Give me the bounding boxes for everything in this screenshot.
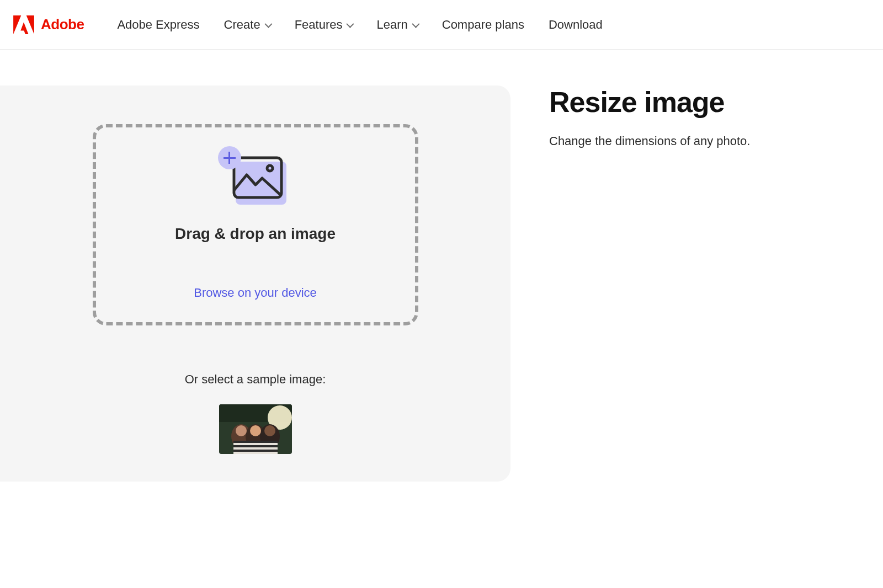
page-subtitle: Change the dimensions of any photo. bbox=[549, 134, 750, 148]
nav-label: Features bbox=[295, 18, 343, 32]
sample-thumbnail-icon bbox=[219, 404, 292, 454]
nav-create[interactable]: Create bbox=[224, 18, 270, 32]
nav-download[interactable]: Download bbox=[549, 18, 603, 32]
svg-rect-0 bbox=[234, 158, 281, 197]
svg-rect-14 bbox=[233, 450, 278, 452]
svg-rect-13 bbox=[233, 445, 278, 447]
nav-features[interactable]: Features bbox=[295, 18, 353, 32]
plus-icon bbox=[218, 146, 241, 169]
chevron-down-icon bbox=[264, 20, 272, 28]
page-title: Resize image bbox=[549, 85, 750, 119]
nav-compare-plans[interactable]: Compare plans bbox=[442, 18, 524, 32]
dropzone-headline: Drag & drop an image bbox=[175, 225, 336, 243]
sample-image-thumb[interactable] bbox=[219, 404, 292, 454]
nav-label: Learn bbox=[376, 18, 407, 32]
main-nav: Adobe Express Create Features Learn Comp… bbox=[117, 18, 602, 32]
file-dropzone[interactable]: Drag & drop an image Browse on your devi… bbox=[93, 124, 418, 325]
nav-label: Adobe Express bbox=[117, 18, 199, 32]
adobe-logo[interactable]: Adobe bbox=[13, 15, 84, 34]
adobe-logo-text: Adobe bbox=[41, 16, 84, 33]
app-header: Adobe Adobe Express Create Features Lear… bbox=[0, 0, 883, 50]
nav-adobe-express[interactable]: Adobe Express bbox=[117, 18, 199, 32]
nav-label: Download bbox=[549, 18, 603, 32]
nav-label: Compare plans bbox=[442, 18, 524, 32]
main-content: Drag & drop an image Browse on your devi… bbox=[0, 50, 883, 482]
info-panel: Resize image Change the dimensions of an… bbox=[549, 85, 750, 482]
svg-point-10 bbox=[264, 425, 275, 436]
adobe-logo-icon bbox=[13, 15, 34, 34]
nav-label: Create bbox=[224, 18, 260, 32]
svg-rect-12 bbox=[233, 441, 278, 443]
sample-image-label: Or select a sample image: bbox=[185, 372, 326, 387]
svg-point-9 bbox=[250, 425, 261, 436]
dropzone-graphic bbox=[222, 151, 289, 209]
svg-point-8 bbox=[236, 425, 247, 436]
upload-panel: Drag & drop an image Browse on your devi… bbox=[0, 85, 510, 482]
nav-learn[interactable]: Learn bbox=[376, 18, 417, 32]
chevron-down-icon bbox=[347, 20, 354, 28]
chevron-down-icon bbox=[412, 20, 419, 28]
browse-button[interactable]: Browse on your device bbox=[194, 286, 317, 300]
svg-point-1 bbox=[267, 165, 273, 171]
